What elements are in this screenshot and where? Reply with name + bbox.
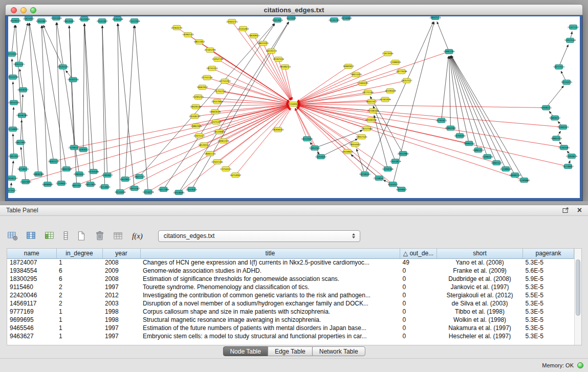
graph-node[interactable]: 19895315	[472, 148, 484, 152]
table-row[interactable]: 969969511998Structural magnetic resonanc…	[7, 316, 574, 324]
table-scrollbar[interactable]	[574, 249, 581, 345]
graph-node[interactable]: 21162565	[558, 145, 570, 150]
graph-edge[interactable]	[357, 149, 365, 174]
graph-edge[interactable]	[298, 105, 525, 180]
graph-node[interactable]: 19806788	[33, 172, 44, 177]
graph-node[interactable]: 19318490	[173, 190, 184, 195]
graph-edge[interactable]	[451, 56, 496, 163]
graph-edge[interactable]	[102, 26, 105, 187]
graph-node[interactable]: 12245493	[237, 26, 249, 31]
graph-node[interactable]: 20417389	[158, 187, 169, 192]
column-header[interactable]: name	[7, 249, 56, 258]
graph-node[interactable]: 16277414	[553, 64, 564, 69]
graph-node[interactable]: 22022146	[211, 160, 223, 164]
graph-edge[interactable]	[179, 107, 289, 192]
table-row[interactable]: 946362711997Embryonic stem cells: a mode…	[7, 332, 574, 340]
table-row[interactable]: 1456911722003Disruption of a novel membe…	[7, 299, 574, 308]
graph-node[interactable]: 19758023	[17, 167, 29, 171]
graph-edge[interactable]	[21, 147, 23, 169]
graph-edge[interactable]	[163, 24, 275, 189]
graph-edge[interactable]	[298, 105, 564, 147]
graph-node[interactable]: 19341803	[36, 18, 47, 23]
graph-node[interactable]: 22109011	[56, 181, 67, 186]
graph-node[interactable]: 21060343	[557, 125, 569, 129]
graph-node[interactable]: 21905677	[102, 173, 113, 178]
graph-node[interactable]: 18773436	[396, 69, 407, 74]
graph-node[interactable]: 19793193	[454, 134, 466, 138]
graph-node[interactable]: 28501223	[48, 159, 59, 164]
network-canvas[interactable]: 1724004222063274193925331861184222165208…	[8, 16, 580, 198]
graph-node[interactable]: 18156434	[359, 172, 371, 177]
graph-node[interactable]: 17063676	[566, 154, 577, 159]
graph-node[interactable]: 19392533	[182, 32, 193, 37]
graph-node[interactable]: 19462937	[197, 85, 208, 90]
close-panel-icon[interactable]: ×	[577, 206, 582, 214]
graph-node[interactable]: 15913546	[564, 38, 576, 42]
graph-edge[interactable]	[215, 104, 289, 112]
graph-edge[interactable]	[297, 67, 348, 102]
graph-node[interactable]: 21621022	[23, 16, 34, 20]
graph-edge[interactable]	[212, 69, 289, 102]
graph-node[interactable]: 19216278	[143, 190, 154, 194]
tab-edge-table[interactable]: Edge Table	[268, 346, 313, 356]
graph-edge[interactable]	[217, 102, 289, 104]
graph-node[interactable]: 20558133	[189, 114, 200, 119]
graph-node[interactable]: 21290860	[518, 178, 530, 183]
table-row[interactable]: 946554611997Estimation of the future num…	[7, 324, 574, 332]
graph-node[interactable]: 18313014	[272, 17, 283, 22]
graph-node[interactable]: 18309020	[272, 127, 284, 132]
graph-node[interactable]: 20611723	[134, 174, 145, 179]
graph-node[interactable]: 18908900	[42, 182, 53, 187]
graph-node[interactable]: 18704566	[88, 169, 99, 174]
column-header[interactable]: year	[102, 249, 140, 258]
graph-node[interactable]: 19157580	[361, 126, 373, 131]
graph-node[interactable]: 18611842	[193, 39, 205, 44]
graph-edge[interactable]	[559, 45, 568, 67]
graph-edge[interactable]	[450, 56, 460, 136]
graph-node[interactable]: 19598214	[279, 64, 291, 69]
graph-node[interactable]: 19811034	[351, 72, 362, 77]
graph-node[interactable]: 15957541	[309, 146, 320, 150]
graph-edge[interactable]	[365, 21, 433, 174]
network-graph[interactable]: 1724004222063274193925331861184222165208…	[8, 16, 580, 198]
graph-node[interactable]: 18999759	[509, 173, 520, 178]
import-table-button[interactable]	[112, 230, 125, 242]
graph-node[interactable]: 18611031	[257, 41, 269, 46]
graph-node[interactable]: 16859232	[549, 116, 560, 120]
graph-node[interactable]: 20958134	[8, 176, 17, 181]
graph-node[interactable]: 19061134	[204, 151, 215, 156]
graph-node[interactable]: 20315167	[129, 186, 140, 191]
graph-node[interactable]: 12250768	[382, 167, 394, 171]
graph-node[interactable]: 19135791	[329, 17, 340, 22]
graph-edge[interactable]	[118, 24, 120, 192]
graph-edge[interactable]	[298, 104, 546, 108]
table-row[interactable]: 1938455462009Genome-wide association stu…	[7, 267, 574, 275]
graph-node[interactable]: 20512347	[97, 18, 108, 23]
graph-node[interactable]: 19283012	[78, 147, 89, 152]
graph-edge[interactable]	[69, 26, 74, 147]
column-header[interactable]: in_degree	[56, 249, 102, 258]
graph-edge[interactable]	[321, 139, 358, 157]
graph-node[interactable]: 21751214	[214, 89, 226, 94]
table-row[interactable]: 911546021997Tourette syndrome. Phenomeno…	[7, 283, 574, 291]
graph-node[interactable]: 21512349	[129, 18, 140, 23]
graph-edge[interactable]	[225, 81, 289, 103]
graph-node[interactable]: 9245012	[388, 182, 398, 187]
graph-node[interactable]: 20519501	[186, 187, 197, 192]
graph-node[interactable]: 19114056	[115, 190, 126, 194]
graph-node[interactable]: 21857912	[8, 154, 19, 159]
graph-node[interactable]: 22106428	[367, 108, 379, 113]
table-select-combo[interactable]: citations_edges.txt	[158, 230, 360, 242]
graph-node[interactable]: 13451879	[390, 159, 401, 164]
graph-node[interactable]: 19054932	[350, 142, 361, 147]
minimize-window-button[interactable]	[20, 7, 27, 13]
graph-edge[interactable]	[297, 54, 388, 102]
graph-edge[interactable]	[120, 106, 289, 192]
graph-node[interactable]: 5572310	[286, 16, 296, 20]
column-selector-button[interactable]	[61, 230, 70, 242]
graph-edge[interactable]	[451, 56, 524, 181]
graph-edge[interactable]	[546, 86, 563, 108]
graph-node[interactable]: 22063215	[226, 19, 237, 24]
graph-node[interactable]: 16960912	[343, 64, 354, 69]
graph-edge[interactable]	[297, 75, 356, 102]
